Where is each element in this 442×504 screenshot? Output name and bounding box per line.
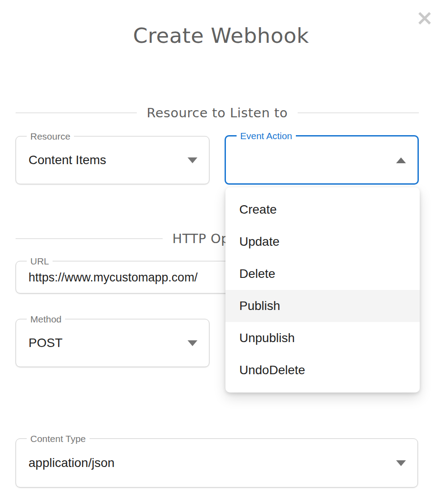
dropdown-option-delete[interactable]: Delete [225,258,420,290]
section-header-resource: Resource to Listen to [16,105,419,120]
resource-select-label: Resource [27,131,74,142]
divider-line [16,112,137,113]
dropdown-option-publish[interactable]: Publish [225,290,420,322]
url-field-label: URL [27,256,53,267]
resource-select[interactable]: Resource Content Items [16,136,209,184]
page-title: Create Webhook [0,23,442,48]
event-action-select[interactable]: Event Action [225,135,419,185]
content-type-select[interactable]: Content Type application/json [16,438,418,487]
method-select-value: POST [29,336,62,350]
event-action-dropdown-menu: Create Update Delete Publish Unpublish U… [225,187,420,392]
method-select-label: Method [27,314,65,325]
divider-line [16,238,163,239]
event-action-select-label: Event Action [237,130,296,141]
resource-select-value: Content Items [29,153,106,167]
url-field-value: https://www.mycustomapp.com/ [29,270,198,284]
section-title: Resource to Listen to [147,105,287,120]
chevron-up-icon [396,157,406,163]
content-type-select-value: application/json [29,456,115,470]
dropdown-option-update[interactable]: Update [225,226,420,258]
dropdown-option-create[interactable]: Create [225,194,420,226]
dropdown-option-unpublish[interactable]: Unpublish [225,322,420,354]
dropdown-option-undodelete[interactable]: UndoDelete [225,354,420,386]
chevron-down-icon [396,460,406,466]
chevron-down-icon [188,340,197,346]
content-type-select-label: Content Type [27,433,90,444]
method-select[interactable]: Method POST [16,319,209,367]
divider-line [298,112,419,113]
chevron-down-icon [188,157,197,163]
